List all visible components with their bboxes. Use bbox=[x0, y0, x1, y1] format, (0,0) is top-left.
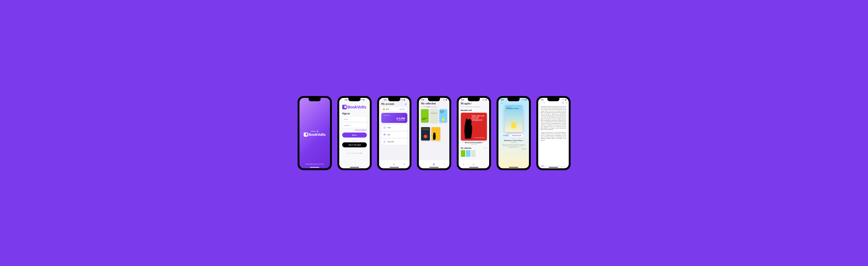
cover-title: Robinson Crusoe bbox=[506, 108, 521, 109]
book-author: Daniel Defoe bbox=[511, 142, 516, 143]
featured-author: Caitlin Doughty bbox=[461, 144, 487, 145]
mini-book[interactable] bbox=[471, 150, 476, 157]
wallet-address: 0x8852bIcf... bbox=[399, 109, 406, 110]
balance-amount: ⟠ 0,058 bbox=[383, 117, 405, 120]
collection-subtitle: You have 5 books in your library ! bbox=[421, 106, 447, 107]
nav-profile-icon[interactable]: ⚇ bbox=[483, 163, 485, 165]
nav-library-icon[interactable]: ▥ bbox=[472, 163, 474, 165]
menu-help[interactable]: ?Help center bbox=[381, 139, 407, 145]
book-design-hustle[interactable]: THE DESIGN HUSTLE bbox=[421, 109, 429, 123]
status-bar: 9:41•••⌔▮ bbox=[309, 129, 320, 133]
signin-button[interactable]: Sign in bbox=[342, 133, 367, 137]
book-cat-eyeballs[interactable] bbox=[431, 127, 440, 140]
featured-caption: Will my cat eat my eyeballs ? bbox=[461, 142, 487, 143]
forgot-password-link[interactable]: Forgot your password ? bbox=[342, 129, 367, 130]
brand-logo: BookVolts bbox=[304, 133, 326, 137]
book-sunshine[interactable]: My Sunshine From The Darkest Land bbox=[430, 109, 438, 123]
page-counter: 167 of 1017 bbox=[541, 166, 546, 167]
info-icon: ⓘ bbox=[383, 126, 386, 129]
footprint-illustration bbox=[511, 122, 516, 128]
username: andrii bbox=[386, 108, 389, 110]
book-light-behind[interactable]: THE LIGHT BEHIND THE GARDEN WALL bbox=[421, 127, 430, 140]
back-icon[interactable]: ← bbox=[540, 102, 542, 104]
signin-apple-button[interactable]: Sign in with apple bbox=[342, 142, 367, 148]
shelf-row: THE DESIGN HUSTLE My Sunshine From The D… bbox=[421, 109, 447, 124]
balance-usd: ($230,00 USD) bbox=[383, 120, 405, 121]
mini-book[interactable] bbox=[466, 150, 470, 157]
book-title: Robinson Crusoe Part 1 bbox=[504, 139, 523, 141]
show-more-link[interactable]: Show more bbox=[501, 148, 526, 150]
book-cover: Daniel Defoe Robinson Crusoe bbox=[505, 105, 523, 132]
brand-logo: BookVolts bbox=[342, 105, 367, 110]
book-robinson-crusoe[interactable]: Daniel DefoeRobinson Crusoe bbox=[439, 109, 447, 123]
book-description: Robinson Crusoe, novel by Daniel Defoe, … bbox=[501, 144, 526, 148]
avatar bbox=[383, 108, 385, 110]
mini-book[interactable] bbox=[461, 150, 465, 157]
nav-library-icon[interactable]: ▥ bbox=[433, 163, 435, 165]
nav-library-icon[interactable]: ▥ bbox=[393, 163, 395, 165]
featured-cover-title: WILL MY CAT EAT MY EYEBALLS? bbox=[472, 115, 485, 121]
nav-home-icon[interactable]: ⌂ bbox=[383, 163, 384, 165]
featured-book[interactable]: WILL MY CAT EAT MY EYEBALLS? CAITLIN DOU… bbox=[461, 113, 487, 140]
nav-home-icon[interactable]: ⌂ bbox=[463, 163, 464, 165]
nav-profile-icon[interactable]: ⚇ bbox=[403, 163, 405, 165]
export-icon[interactable]: ⇲ bbox=[404, 102, 407, 106]
signin-title: Sign in bbox=[342, 112, 367, 115]
password-field[interactable] bbox=[342, 123, 367, 128]
divider-text: or sign in with bbox=[342, 140, 367, 141]
tagline: Publish digital first edition NFT books bbox=[306, 163, 324, 165]
nav-home-icon[interactable]: ⌂ bbox=[423, 163, 424, 165]
reader-toolbar: ←≡ Aa⟃ bbox=[538, 101, 569, 105]
see-all-link[interactable]: See All bbox=[484, 148, 487, 149]
bookmark-icon[interactable]: ⟃ bbox=[565, 102, 566, 104]
pages-left: 35 pages left bbox=[561, 166, 566, 167]
help-icon: ? bbox=[383, 140, 386, 143]
my-collection-title: My collection bbox=[461, 147, 471, 149]
user-row[interactable]: andrii 0x8852bIcf... bbox=[381, 107, 407, 111]
reader-content[interactable]: I mentioned before that I had a great mi… bbox=[538, 105, 569, 166]
nav-profile-icon[interactable]: ⚇ bbox=[443, 163, 445, 165]
font-icon[interactable]: Aa bbox=[562, 102, 564, 104]
balance-label: Total balance bbox=[383, 115, 405, 116]
cat-illustration bbox=[463, 118, 475, 139]
shelf-row: THE LIGHT BEHIND THE GARDEN WALL bbox=[421, 127, 447, 142]
page-title: My collection bbox=[421, 102, 436, 105]
menu-icon[interactable]: ≡ bbox=[544, 102, 545, 104]
page-title: My account bbox=[381, 103, 394, 105]
create-account-text: Don't have an account ? Create bbox=[342, 153, 367, 154]
book-price: ⟠ 0,025 bbox=[503, 135, 508, 136]
balance-card: Total balance ⟠ 0,058 ($230,00 USD) bbox=[381, 113, 407, 123]
featured-cover-author: CAITLIN DOUGHTY bbox=[474, 137, 485, 138]
read-book-button[interactable]: Read the book bbox=[510, 134, 524, 137]
email-field[interactable] bbox=[342, 117, 367, 122]
blog-icon: ≣ bbox=[383, 133, 386, 136]
recently-read-title: Recently read bbox=[461, 109, 487, 111]
menu-blog[interactable]: ≣Blog bbox=[381, 132, 407, 138]
subtitle: Fusce a vulputate lectus, at facilisis f… bbox=[461, 106, 487, 107]
menu-about[interactable]: ⓘAbout bbox=[381, 125, 407, 131]
greeting: Hi again ! bbox=[461, 102, 472, 105]
create-account-link[interactable]: Create bbox=[359, 153, 362, 154]
progress-bar[interactable] bbox=[541, 166, 566, 166]
back-button[interactable]: ← bbox=[501, 102, 503, 104]
